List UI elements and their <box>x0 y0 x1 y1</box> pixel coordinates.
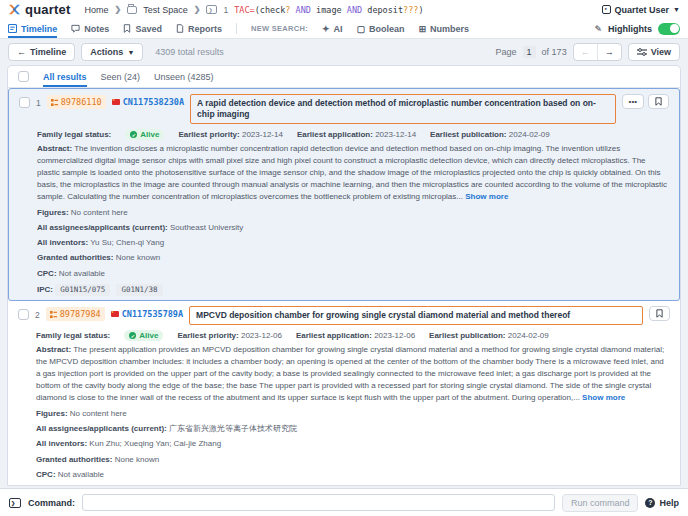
result-checkbox[interactable] <box>18 309 29 320</box>
main-nav: Timeline Notes Saved Reports NEW SEARCH:… <box>0 19 688 39</box>
numbers-grid-icon: ⊞ <box>419 24 427 34</box>
back-arrow-icon: ← <box>17 47 26 57</box>
show-more-link[interactable]: Show more <box>465 192 508 201</box>
ipc-tag[interactable]: C30B29/04 <box>573 485 624 486</box>
ipc-tag[interactable]: C23C16/455 <box>224 485 279 486</box>
search-query[interactable]: TAC=(check? AND image AND deposit???) <box>234 5 423 15</box>
assignees-value: Southeast University <box>170 223 243 232</box>
next-page-button[interactable]: → <box>597 44 621 60</box>
actions-button[interactable]: Actions ▼ <box>81 43 143 61</box>
user-name: Quartet User <box>615 5 670 15</box>
figures-value: No content here <box>71 208 128 217</box>
breadcrumb-space[interactable]: Test Space <box>143 5 188 15</box>
view-button[interactable]: View <box>628 43 680 61</box>
ipc-tag[interactable]: C23C16/52 <box>460 485 511 486</box>
highlights-toggle[interactable] <box>658 23 680 35</box>
tab-boolean-search[interactable]: ▢ Boolean <box>357 19 405 38</box>
tab-saved[interactable]: Saved <box>123 19 162 38</box>
query-term: image <box>316 5 342 15</box>
abstract-label: Abstract: <box>37 144 72 153</box>
tab-numbers-search[interactable]: ⊞ Numbers <box>419 19 470 38</box>
abstract-label: Abstract: <box>36 345 71 354</box>
app-name: quartet <box>25 2 70 17</box>
application-date: 2023-12-14 <box>375 130 416 139</box>
result-checkbox[interactable] <box>19 97 30 108</box>
ipc-tag[interactable]: C23C16/02 <box>111 485 162 486</box>
folder-icon <box>127 6 137 14</box>
filter-tab-unseen[interactable]: Unseen (4285) <box>154 66 214 87</box>
result-card[interactable]: 1 89786110 CN117538230A A rapid detectio… <box>8 88 680 301</box>
top-header: quartet Home ❯ Test Space ❯ ❯ 1 TAC=(che… <box>0 0 688 19</box>
publication-number: CN117535789A <box>122 309 183 319</box>
ipc-tag[interactable]: C30B25/14 <box>168 485 219 486</box>
prev-page-button[interactable]: ← <box>574 44 597 60</box>
run-command-button[interactable]: Run command <box>562 494 639 512</box>
view-button-label: View <box>651 47 671 57</box>
ipc-tag[interactable]: C30B25/08 <box>54 485 105 486</box>
field-label: CPC: <box>37 269 57 278</box>
chevron-right-icon: ❯ <box>114 5 121 14</box>
ipc-tag[interactable]: C30B25/20 <box>516 485 567 486</box>
tab-timeline-label: Timeline <box>21 24 57 34</box>
breadcrumb-home[interactable]: Home <box>84 5 108 15</box>
app-logo[interactable]: quartet <box>8 2 70 17</box>
publication-link[interactable]: CN117535789A <box>111 309 183 319</box>
ipc-tag[interactable]: C30B25/18 <box>403 485 454 486</box>
result-index: 2 <box>35 310 40 320</box>
family-id-chip[interactable]: 89786110 <box>47 95 106 109</box>
query-paren: ) <box>418 5 423 15</box>
user-menu[interactable]: Quartet User ▼ <box>602 5 680 15</box>
ipc-tag[interactable]: G01N1/38 <box>116 284 162 296</box>
status-text: Alive <box>140 130 159 139</box>
bookmark-icon <box>655 97 662 106</box>
command-input[interactable] <box>82 494 555 511</box>
command-bar: ❯ Command: Run command ? Help <box>0 488 688 516</box>
field-label: Figures: <box>37 208 69 217</box>
result-card[interactable]: 2 89787984 CN117535789A MPCVD deposition… <box>8 301 680 486</box>
tab-timeline[interactable]: Timeline <box>8 19 57 38</box>
tab-numbers-label: Numbers <box>430 24 469 34</box>
filter-tabs: All results Seen (24) Unseen (4285) <box>8 66 680 88</box>
show-more-link[interactable]: Show more <box>582 393 625 402</box>
view-sliders-icon <box>637 48 647 56</box>
field-label: All inventors: <box>37 238 88 247</box>
field-label: Figures: <box>36 409 68 418</box>
select-all-checkbox[interactable] <box>18 71 29 82</box>
ipc-tag[interactable]: C23C16/511 <box>342 485 397 486</box>
more-options-button[interactable]: ••• <box>622 94 644 109</box>
publication-link[interactable]: CN117538230A <box>112 97 184 107</box>
filter-tab-seen[interactable]: Seen (24) <box>101 66 141 87</box>
page-label: Page <box>496 47 517 57</box>
tab-reports[interactable]: Reports <box>176 19 222 38</box>
field-label: IPC: <box>37 285 53 294</box>
title-highlight-box: A rapid detection device and detection m… <box>190 94 615 124</box>
patent-title[interactable]: A rapid detection device and detection m… <box>197 98 608 120</box>
results-panel: All results Seen (24) Unseen (4285) 1 89… <box>7 65 681 486</box>
field-label: Family legal status: <box>37 130 111 139</box>
field-label: Earliest application: <box>296 331 372 340</box>
field-label: Earliest publication: <box>430 130 506 139</box>
total-results-count: 4309 total results <box>155 47 224 57</box>
bookmark-button[interactable] <box>648 94 669 109</box>
cn-flag-icon <box>112 99 120 105</box>
abstract-text: The present application provides an MPCV… <box>36 345 664 402</box>
field-label: Granted authorities: <box>37 253 113 262</box>
family-id-chip[interactable]: 89787984 <box>46 307 105 321</box>
patent-title[interactable]: MPCVD deposition chamber for growing sin… <box>196 310 636 321</box>
chevron-down-icon: ▼ <box>673 6 680 13</box>
tab-reports-label: Reports <box>188 24 222 34</box>
bookmark-button[interactable] <box>649 306 670 321</box>
help-button[interactable]: ? Help <box>645 498 679 508</box>
tab-ai-search[interactable]: ✦ AI <box>322 19 343 38</box>
ai-sparkle-icon: ✦ <box>322 24 330 34</box>
page-current[interactable]: 1 <box>523 46 536 58</box>
application-date: 2023-12-06 <box>374 331 415 340</box>
ipc-tag[interactable]: C30B25/16 <box>285 485 336 486</box>
notes-icon <box>71 24 80 33</box>
back-to-timeline-button[interactable]: ← Timeline <box>8 43 75 61</box>
query-field: TAC= <box>234 5 254 15</box>
reports-document-icon <box>176 24 184 33</box>
filter-tab-all[interactable]: All results <box>43 66 87 87</box>
tab-notes[interactable]: Notes <box>71 19 109 38</box>
ipc-tag[interactable]: G01N15/075 <box>55 284 110 296</box>
